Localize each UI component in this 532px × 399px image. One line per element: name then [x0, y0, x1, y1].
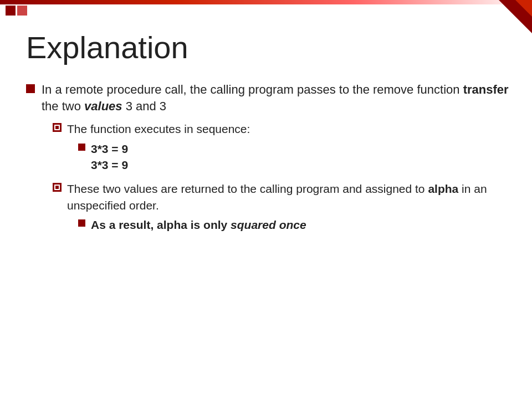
sub-bullet-2: These two values are returned to the cal…	[53, 181, 515, 235]
subsub-item-1: 3*3 = 93*3 = 9	[78, 141, 250, 173]
sub-bullet-2-alpha: alpha	[428, 182, 458, 195]
subsub-list-1: 3*3 = 93*3 = 9	[67, 141, 250, 173]
small-bullet-1	[78, 144, 85, 151]
subsub-list-2: As a result, alpha is only squared once	[67, 217, 515, 233]
sub-bullet-2-text1: These two values are returned to the cal…	[67, 182, 428, 195]
main-bullet-text: In a remote procedure call, the calling …	[42, 81, 515, 241]
subsub-item-2: As a result, alpha is only squared once	[78, 217, 515, 233]
sub-bullet-2-content: These two values are returned to the cal…	[67, 181, 515, 235]
page-title: Explanation	[26, 30, 515, 65]
sub-bullet-1-label: The function executes in sequence:	[67, 122, 250, 135]
small-bullet-2	[78, 219, 85, 227]
main-bullet-icon	[26, 84, 35, 93]
subsub-text-2: As a result, alpha is only squared once	[91, 217, 306, 233]
main-content: Explanation In a remote procedure call, …	[26, 30, 515, 382]
sub-bullet-1-content: The function executes in sequence: 3*3 =…	[67, 121, 250, 175]
checkbox-bullet-1	[53, 123, 62, 132]
deco-square-2	[17, 6, 27, 16]
main-bullet-item: In a remote procedure call, the calling …	[26, 81, 515, 241]
top-bar	[0, 0, 532, 4]
sub-bullet-1: The function executes in sequence: 3*3 =…	[53, 121, 515, 175]
main-list: In a remote procedure call, the calling …	[26, 81, 515, 241]
sub-list: The function executes in sequence: 3*3 =…	[42, 121, 515, 235]
checkbox-bullet-2	[53, 183, 62, 192]
top-left-decoration	[6, 6, 27, 16]
deco-square-1	[6, 6, 16, 16]
subsub-text-1: 3*3 = 93*3 = 9	[91, 141, 128, 173]
